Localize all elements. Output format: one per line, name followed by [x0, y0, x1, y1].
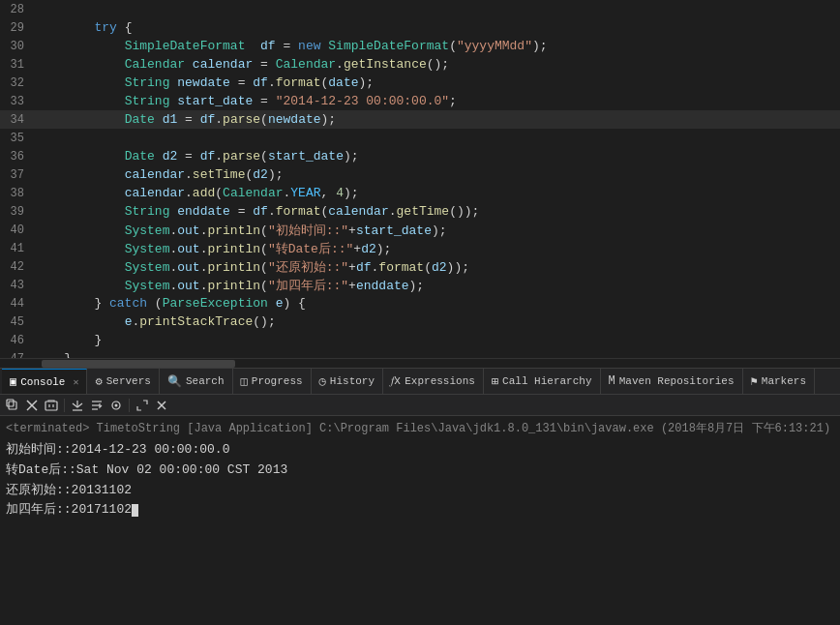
tab-bar: ▣ Console ✕ ⚙ Servers 🔍 Search ◫ Progres…: [0, 368, 840, 395]
svg-rect-4: [45, 402, 57, 410]
code-line: 41 System.out.println("转Date后::"+d2);: [0, 239, 840, 257]
tab-maven-repos[interactable]: M Maven Repositories: [601, 369, 743, 394]
copy-button[interactable]: [4, 397, 21, 414]
expand-button[interactable]: [134, 397, 151, 414]
expressions-icon: 𝑓x: [391, 374, 401, 388]
console-close-icon[interactable]: ✕: [73, 376, 78, 388]
code-horizontal-scrollbar[interactable]: [0, 358, 840, 368]
tab-console-label: Console: [20, 376, 65, 388]
svg-rect-0: [9, 402, 16, 409]
close-console-button[interactable]: [153, 397, 170, 414]
search-icon: 🔍: [167, 374, 182, 389]
call-hierarchy-icon: ⊞: [492, 374, 498, 389]
tab-maven-repos-label: Maven Repositories: [619, 375, 735, 387]
console-line-2: 转Date后::Sat Nov 02 00:00:00 CST 2013: [6, 461, 834, 481]
console-toolbar: [0, 395, 840, 416]
markers-icon: ⚑: [751, 374, 758, 389]
code-lines: 28 29 try { 30 SimpleDateFormat df = new…: [0, 0, 840, 358]
tab-call-hierarchy-label: Call Hierarchy: [502, 375, 591, 387]
tab-console[interactable]: ▣ Console ✕: [2, 369, 87, 394]
console-output: 初始时间::2014-12-23 00:00:00.0 转Date后::Sat …: [6, 440, 834, 521]
code-line: 37 calendar.setTime(d2);: [0, 165, 840, 184]
code-line: 42 System.out.println("还原初始::"+df.format…: [0, 257, 840, 276]
code-line: 29 try {: [0, 18, 840, 37]
code-line: 28: [0, 0, 840, 18]
toolbar-separator-2: [129, 399, 130, 412]
console-icon: ▣: [10, 374, 16, 389]
clear-console-button[interactable]: [43, 397, 60, 414]
code-line: 47 }: [0, 349, 840, 358]
code-line: 43 System.out.println("加四年后::"+enddate);: [0, 276, 840, 294]
pin-button[interactable]: [107, 397, 125, 414]
scrollbar-thumb[interactable]: [42, 360, 235, 368]
svg-rect-1: [7, 400, 14, 406]
scroll-lock-button[interactable]: [69, 397, 86, 414]
tab-markers-label: Markers: [762, 375, 806, 387]
console-line-1: 初始时间::2014-12-23 00:00:00.0: [6, 440, 834, 461]
code-line: 30 SimpleDateFormat df = new SimpleDateF…: [0, 37, 840, 55]
tab-progress[interactable]: ◫ Progress: [233, 369, 312, 394]
progress-icon: ◫: [241, 374, 248, 389]
tab-search-label: Search: [186, 375, 225, 387]
maven-repos-icon: M: [609, 374, 615, 388]
tab-servers[interactable]: ⚙ Servers: [87, 369, 159, 394]
bottom-panel: ▣ Console ✕ ⚙ Servers 🔍 Search ◫ Progres…: [0, 368, 840, 524]
code-line: 32 String newdate = df.format(date);: [0, 74, 840, 92]
console-line-4: 加四年后::20171102: [6, 500, 834, 521]
code-line: 39 String enddate = df.format(calendar.g…: [0, 202, 840, 221]
tab-search[interactable]: 🔍 Search: [160, 369, 233, 394]
code-line: 38 calendar.add(Calendar.YEAR, 4);: [0, 184, 840, 202]
code-line: 45 e.printStackTrace();: [0, 312, 840, 331]
code-line: 36 Date d2 = df.parse(start_date);: [0, 147, 840, 165]
tab-history[interactable]: ◷ History: [312, 369, 383, 394]
code-line: 33 String start_date = "2014-12-23 00:00…: [0, 92, 840, 110]
tab-call-hierarchy[interactable]: ⊞ Call Hierarchy: [484, 369, 601, 394]
code-line: 40 System.out.println("初始时间::"+start_dat…: [0, 221, 840, 239]
code-line: 46 }: [0, 331, 840, 349]
word-wrap-button[interactable]: [88, 397, 105, 414]
console-cursor: [132, 504, 138, 517]
tab-expressions-label: Expressions: [405, 375, 475, 387]
svg-point-13: [115, 403, 118, 406]
history-icon: ◷: [319, 374, 326, 389]
tab-servers-label: Servers: [106, 375, 151, 387]
toolbar-separator-1: [64, 399, 65, 412]
code-line: 44 } catch (ParseException e) {: [0, 294, 840, 312]
code-line: 34 Date d1 = df.parse(newdate);: [0, 110, 840, 129]
servers-icon: ⚙: [95, 374, 102, 389]
tab-progress-label: Progress: [252, 375, 303, 387]
tab-expressions[interactable]: 𝑓x Expressions: [383, 369, 484, 394]
tab-history-label: History: [330, 375, 375, 387]
code-editor: 28 29 try { 30 SimpleDateFormat df = new…: [0, 0, 840, 358]
console-line-3: 还原初始::20131102: [6, 481, 834, 501]
remove-button[interactable]: [23, 397, 41, 414]
console-terminated-header: <terminated> TimetoString [Java Applicat…: [6, 420, 834, 436]
console-area: <terminated> TimetoString [Java Applicat…: [0, 416, 840, 524]
code-line: 31 Calendar calendar = Calendar.getInsta…: [0, 55, 840, 74]
code-line: 35: [0, 129, 840, 147]
tab-markers[interactable]: ⚑ Markers: [743, 369, 815, 394]
